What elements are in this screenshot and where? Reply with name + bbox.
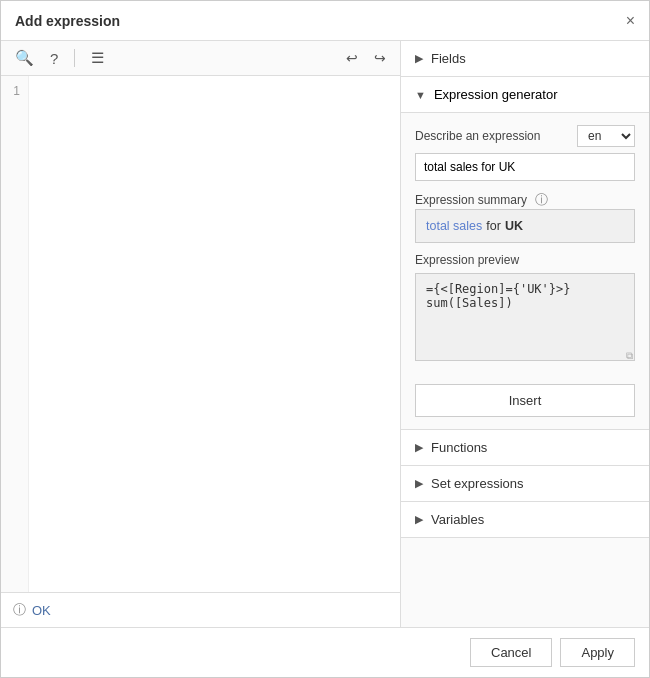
describe-input[interactable]	[415, 153, 635, 181]
add-expression-dialog: Add expression × 🔍 ? ☰ ↩	[0, 0, 650, 678]
help-button[interactable]: ?	[46, 48, 62, 69]
insert-button[interactable]: Insert	[415, 384, 635, 417]
apply-button[interactable]: Apply	[560, 638, 635, 667]
preview-textarea[interactable]: ={<[Region]={'UK'}>} sum([Sales])	[415, 273, 635, 361]
code-content[interactable]	[29, 76, 400, 592]
redo-icon: ↪	[374, 50, 386, 66]
dialog-footer: Cancel Apply	[1, 627, 649, 677]
describe-input-wrapper	[415, 153, 635, 181]
set-expressions-arrow-icon: ▶	[415, 477, 423, 490]
right-pane: ▶ Fields ▼ Expression generator Describe…	[401, 41, 649, 627]
functions-section-header[interactable]: ▶ Functions	[401, 430, 649, 466]
fields-section-header[interactable]: ▶ Fields	[401, 41, 649, 77]
left-pane: 🔍 ? ☰ ↩ ↪ 1	[1, 41, 401, 627]
summary-label: Expression summary	[415, 193, 527, 207]
expression-generator-label: Expression generator	[434, 87, 558, 102]
search-icon: 🔍	[15, 49, 34, 66]
close-button[interactable]: ×	[626, 13, 635, 29]
variables-section-label: Variables	[431, 512, 484, 527]
set-expressions-section-label: Set expressions	[431, 476, 524, 491]
help-icon: ?	[50, 50, 58, 67]
expression-generator-body: Describe an expression en Expression su	[401, 113, 649, 430]
summary-info-icon: ⓘ	[535, 191, 548, 209]
describe-expression-row: Describe an expression en	[415, 125, 635, 181]
language-select[interactable]: en	[577, 125, 635, 147]
variables-arrow-icon: ▶	[415, 513, 423, 526]
expression-generator-arrow-icon: ▼	[415, 89, 426, 101]
dialog-title: Add expression	[15, 13, 120, 29]
dialog-header: Add expression ×	[1, 1, 649, 41]
ok-button[interactable]: OK	[32, 603, 51, 618]
dialog-body: 🔍 ? ☰ ↩ ↪ 1	[1, 41, 649, 627]
fields-section-label: Fields	[431, 51, 466, 66]
undo-button[interactable]: ↩	[342, 48, 362, 68]
summary-text-total-sales: total sales	[426, 219, 482, 233]
summary-text-uk: UK	[505, 219, 523, 233]
summary-box: total sales for UK	[415, 209, 635, 243]
functions-section-label: Functions	[431, 440, 487, 455]
toolbar-separator	[74, 49, 75, 67]
expression-generator-section: ▼ Expression generator Describe an expre…	[401, 77, 649, 430]
functions-arrow-icon: ▶	[415, 441, 423, 454]
line-numbers: 1	[1, 76, 29, 592]
cancel-button[interactable]: Cancel	[470, 638, 552, 667]
editor-toolbar: 🔍 ? ☰ ↩ ↪	[1, 41, 400, 76]
variables-section-header[interactable]: ▶ Variables	[401, 502, 649, 538]
ok-info-icon: ⓘ	[13, 601, 26, 619]
summary-label-row: Expression summary ⓘ	[415, 191, 635, 209]
expression-generator-header[interactable]: ▼ Expression generator	[401, 77, 649, 113]
comment-button[interactable]: ☰	[87, 47, 108, 69]
comment-icon: ☰	[91, 49, 104, 66]
describe-label: Describe an expression	[415, 129, 540, 143]
expression-summary-row: Expression summary ⓘ total sales for UK	[415, 191, 635, 243]
redo-button[interactable]: ↪	[370, 48, 390, 68]
undo-icon: ↩	[346, 50, 358, 66]
resize-handle-icon: ⧉	[626, 350, 633, 362]
search-button[interactable]: 🔍	[11, 47, 38, 69]
editor-area: 1	[1, 76, 400, 592]
describe-label-row: Describe an expression en	[415, 125, 635, 147]
set-expressions-section-header[interactable]: ▶ Set expressions	[401, 466, 649, 502]
editor-footer: ⓘ OK	[1, 592, 400, 627]
preview-label: Expression preview	[415, 253, 635, 267]
summary-text-for: for	[486, 219, 501, 233]
line-number: 1	[9, 84, 20, 98]
expression-preview-row: Expression preview ={<[Region]={'UK'}>} …	[415, 253, 635, 364]
fields-arrow-icon: ▶	[415, 52, 423, 65]
